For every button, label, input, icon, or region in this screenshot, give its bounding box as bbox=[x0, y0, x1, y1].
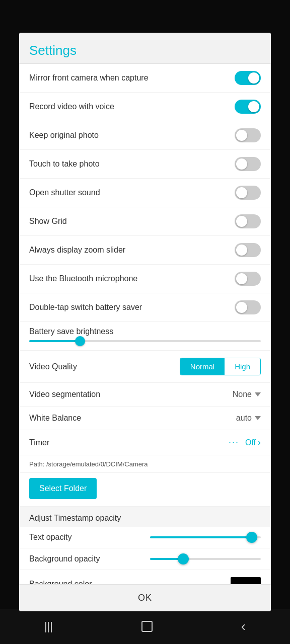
background-color-label: Background color bbox=[29, 580, 231, 584]
white-balance-dropdown[interactable]: auto bbox=[236, 414, 261, 423]
video-quality-button-group: Normal High bbox=[180, 358, 261, 375]
keep-original-photo-toggle[interactable] bbox=[235, 128, 261, 142]
setting-row-timer: Timer ··· Off › bbox=[19, 430, 271, 455]
dialog-title: Settings bbox=[29, 43, 77, 58]
ok-row: OK bbox=[19, 584, 271, 611]
touch-to-take-photo-label: Touch to take photo bbox=[29, 159, 235, 169]
background-color-swatch[interactable] bbox=[231, 577, 261, 584]
white-balance-value: auto bbox=[236, 414, 252, 423]
white-balance-arrow-icon bbox=[255, 416, 261, 420]
nav-bar: ||| ‹ bbox=[0, 609, 290, 644]
setting-row-mirror: Mirror front camera when capture bbox=[19, 64, 271, 93]
timer-off-value: Off bbox=[245, 438, 256, 447]
video-segmentation-dropdown[interactable]: None bbox=[233, 390, 261, 399]
select-folder-button[interactable]: Select Folder bbox=[29, 478, 97, 499]
text-opacity-row: Text opacity bbox=[19, 527, 271, 548]
setting-row-white-balance: White Balance auto bbox=[19, 407, 271, 430]
battery-brightness-track[interactable] bbox=[29, 340, 261, 342]
setting-row-zoom-slider: Always display zoom slider bbox=[19, 236, 271, 265]
text-opacity-label: Text opacity bbox=[29, 533, 140, 542]
background-opacity-label: Background opacity bbox=[29, 554, 140, 564]
keep-original-photo-label: Keep original photo bbox=[29, 131, 235, 140]
background-color-row: Background color bbox=[19, 570, 271, 584]
open-shutter-sound-toggle[interactable] bbox=[235, 186, 261, 200]
nav-menu-icon[interactable]: ||| bbox=[44, 620, 53, 633]
background-opacity-row: Background opacity bbox=[19, 548, 271, 570]
battery-brightness-slider-container bbox=[29, 340, 261, 342]
text-opacity-slider[interactable] bbox=[150, 536, 261, 538]
video-quality-normal-button[interactable]: Normal bbox=[180, 358, 225, 375]
settings-dialog: Settings Mirror front camera when captur… bbox=[19, 33, 271, 611]
video-quality-label: Video Quality bbox=[29, 362, 180, 371]
storage-path-row: Path: /storage/emulated/0/DCIM/Camera bbox=[19, 455, 271, 473]
background-opacity-slider[interactable] bbox=[150, 558, 261, 560]
battery-brightness-label: Battery save brightness bbox=[29, 327, 261, 336]
always-display-zoom-label: Always display zoom slider bbox=[29, 246, 235, 255]
video-segmentation-label: Video segmentation bbox=[29, 390, 233, 399]
video-segmentation-value: None bbox=[233, 390, 252, 399]
timestamp-section-header: Adjust Timestamp opacity bbox=[19, 507, 271, 527]
timer-dots-icon[interactable]: ··· bbox=[229, 437, 239, 448]
mirror-front-camera-label: Mirror front camera when capture bbox=[29, 73, 235, 83]
setting-row-bluetooth: Use the Bluetooth microphone bbox=[19, 265, 271, 293]
always-display-zoom-toggle[interactable] bbox=[235, 243, 261, 257]
use-bluetooth-label: Use the Bluetooth microphone bbox=[29, 274, 235, 283]
timer-value-button[interactable]: Off › bbox=[245, 437, 261, 448]
setting-row-battery-saver: Double-tap switch battery saver bbox=[19, 293, 271, 322]
nav-home-icon[interactable] bbox=[141, 621, 153, 632]
open-shutter-sound-label: Open shutter sound bbox=[29, 188, 235, 197]
timer-chevron-icon: › bbox=[258, 437, 261, 448]
mirror-front-camera-toggle[interactable] bbox=[235, 71, 261, 85]
setting-row-keep-photo: Keep original photo bbox=[19, 121, 271, 150]
white-balance-label: White Balance bbox=[29, 414, 236, 423]
use-bluetooth-toggle[interactable] bbox=[235, 272, 261, 286]
ok-button[interactable]: OK bbox=[138, 593, 152, 603]
show-grid-label: Show Grid bbox=[29, 217, 235, 226]
record-video-voice-label: Record video with voice bbox=[29, 102, 235, 111]
battery-brightness-row: Battery save brightness bbox=[19, 322, 271, 351]
setting-row-video-quality: Video Quality Normal High bbox=[19, 351, 271, 383]
timer-label: Timer bbox=[29, 438, 229, 447]
double-tap-battery-label: Double-tap switch battery saver bbox=[29, 303, 235, 312]
show-grid-toggle[interactable] bbox=[235, 214, 261, 228]
select-folder-row: Select Folder bbox=[19, 473, 271, 507]
setting-row-grid: Show Grid bbox=[19, 207, 271, 236]
storage-path-text: Path: /storage/emulated/0/DCIM/Camera bbox=[29, 460, 148, 468]
record-video-voice-toggle[interactable] bbox=[235, 100, 261, 114]
dialog-header: Settings bbox=[19, 33, 271, 64]
touch-to-take-photo-toggle[interactable] bbox=[235, 157, 261, 171]
setting-row-touch-photo: Touch to take photo bbox=[19, 150, 271, 179]
dialog-body: Mirror front camera when capture Record … bbox=[19, 64, 271, 584]
video-segmentation-arrow-icon bbox=[255, 392, 261, 396]
setting-row-video-segmentation: Video segmentation None bbox=[19, 383, 271, 407]
video-quality-high-button[interactable]: High bbox=[225, 358, 260, 375]
double-tap-battery-toggle[interactable] bbox=[235, 300, 261, 314]
setting-row-shutter: Open shutter sound bbox=[19, 179, 271, 207]
setting-row-video-voice: Record video with voice bbox=[19, 93, 271, 121]
nav-back-icon[interactable]: ‹ bbox=[241, 618, 246, 634]
